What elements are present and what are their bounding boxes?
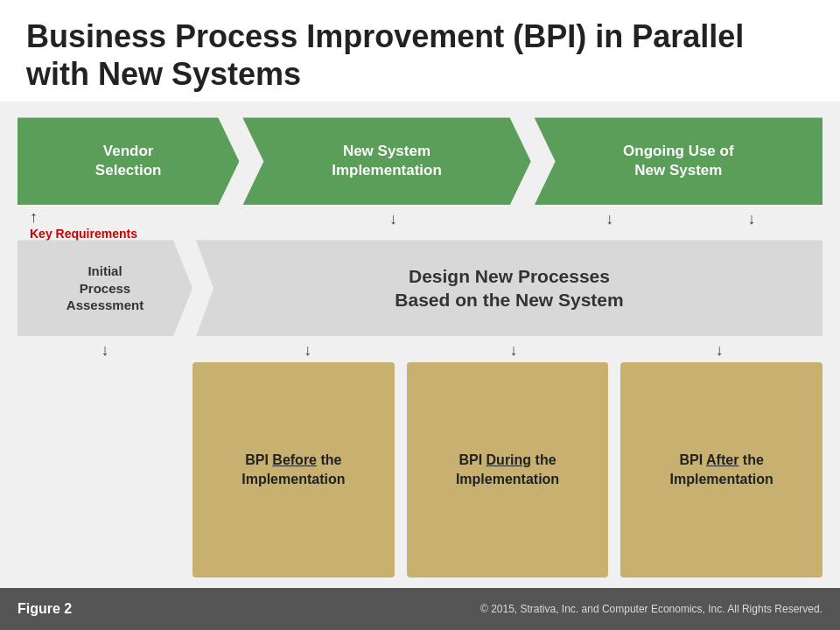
mid-gap xyxy=(192,240,196,336)
arrow-impl-down: ↓ xyxy=(251,206,535,228)
bpi-spacer xyxy=(18,362,180,578)
chevron-ongoing: Ongoing Use ofNew System xyxy=(535,117,822,205)
footer: Figure 2 © 2015, Strativa, Inc. and Comp… xyxy=(0,588,840,630)
arrows-ongoing-down: ↓ ↓ xyxy=(539,206,822,228)
chevron-vendor-shape: VendorSelection xyxy=(18,117,239,205)
bpi-before-box: BPI Before theImplementation xyxy=(192,362,395,578)
chevron-ongoing-label: Ongoing Use ofNew System xyxy=(623,142,734,180)
title-section: Business Process Improvement (BPI) in Pa… xyxy=(0,0,840,102)
chevron-impl: New SystemImplementation xyxy=(242,117,530,205)
chevron-ongoing-shape: Ongoing Use ofNew System xyxy=(535,117,822,205)
initial-label: InitialProcessAssessment xyxy=(66,262,144,314)
bpi-after-box: BPI After theImplementation xyxy=(620,362,822,578)
key-req-section: ↑ Key Requirements xyxy=(18,206,248,241)
design-label: Design New ProcessesBased on the New Sys… xyxy=(395,264,623,312)
chevrons-row: VendorSelection New SystemImplementation… xyxy=(18,117,822,205)
copyright: © 2015, Strativa, Inc. and Computer Econ… xyxy=(480,603,822,615)
mid-arrows-row: ↓ ↓ ↓ ↓ xyxy=(18,338,822,362)
arrows-design-down: ↓ ↓ ↓ xyxy=(196,341,822,360)
key-req-label: Key Requirements xyxy=(30,227,137,241)
design-new-processes: Design New ProcessesBased on the New Sys… xyxy=(196,240,822,336)
initial-process-assessment: InitialProcessAssessment xyxy=(18,240,192,336)
bpi-before-label: BPI Before theImplementation xyxy=(242,451,345,490)
mid-row: InitialProcessAssessment Design New Proc… xyxy=(18,240,822,336)
bpi-during-label: BPI During theImplementation xyxy=(456,451,559,490)
bpi-during-box: BPI During theImplementation xyxy=(407,362,609,578)
key-req-arrows-row: ↑ Key Requirements ↓ ↓ ↓ xyxy=(18,206,822,238)
bpi-after-label: BPI After theImplementation xyxy=(670,451,774,490)
bpi-boxes-row: BPI Before theImplementation BPI During … xyxy=(18,362,822,578)
chevron-vendor-label: VendorSelection xyxy=(95,142,162,180)
chevron-impl-label: New SystemImplementation xyxy=(332,142,442,180)
figure-label: Figure 2 xyxy=(18,601,72,617)
main-title: Business Process Improvement (BPI) in Pa… xyxy=(26,18,814,93)
diagram-area: VendorSelection New SystemImplementation… xyxy=(0,102,840,588)
chevron-impl-shape: New SystemImplementation xyxy=(242,117,530,205)
chevron-vendor: VendorSelection xyxy=(18,117,239,205)
arrow-initial-down: ↓ xyxy=(18,341,192,360)
page-container: Business Process Improvement (BPI) in Pa… xyxy=(0,0,840,630)
